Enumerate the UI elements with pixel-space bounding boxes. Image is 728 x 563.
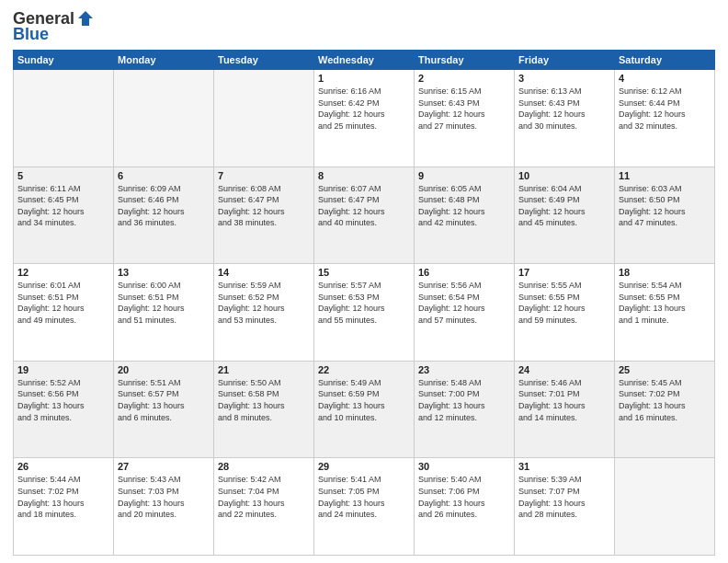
day-number: 31 (518, 461, 610, 472)
day-info: Sunrise: 6:11 AM Sunset: 6:45 PM Dayligh… (17, 183, 109, 229)
day-number: 26 (17, 461, 109, 472)
day-cell: 12Sunrise: 6:01 AM Sunset: 6:51 PM Dayli… (14, 264, 114, 362)
day-info: Sunrise: 5:50 AM Sunset: 6:58 PM Dayligh… (218, 377, 310, 423)
svg-marker-0 (78, 11, 93, 26)
day-number: 17 (518, 267, 610, 278)
day-info: Sunrise: 5:46 AM Sunset: 7:01 PM Dayligh… (518, 377, 610, 423)
week-row-3: 12Sunrise: 6:01 AM Sunset: 6:51 PM Dayli… (14, 264, 715, 362)
day-number: 1 (318, 73, 410, 84)
logo-icon (76, 9, 95, 28)
day-number: 27 (118, 461, 210, 472)
day-cell: 5Sunrise: 6:11 AM Sunset: 6:45 PM Daylig… (14, 167, 114, 264)
day-cell (214, 70, 314, 167)
day-number: 24 (518, 364, 610, 375)
day-number: 16 (418, 267, 510, 278)
day-number: 8 (318, 170, 410, 181)
day-cell: 8Sunrise: 6:07 AM Sunset: 6:47 PM Daylig… (314, 167, 415, 264)
day-info: Sunrise: 5:54 AM Sunset: 6:55 PM Dayligh… (619, 280, 711, 326)
day-info: Sunrise: 5:57 AM Sunset: 6:53 PM Dayligh… (318, 280, 410, 326)
col-header-saturday: Saturday (615, 51, 715, 70)
day-cell: 10Sunrise: 6:04 AM Sunset: 6:49 PM Dayli… (515, 167, 615, 264)
calendar-table: SundayMondayTuesdayWednesdayThursdayFrid… (13, 50, 715, 556)
day-cell: 2Sunrise: 6:15 AM Sunset: 6:43 PM Daylig… (415, 70, 515, 167)
page: General Blue SundayMondayTuesdayWednesda… (0, 0, 728, 563)
week-row-2: 5Sunrise: 6:11 AM Sunset: 6:45 PM Daylig… (14, 167, 715, 264)
day-info: Sunrise: 5:55 AM Sunset: 6:55 PM Dayligh… (518, 280, 610, 326)
day-cell: 29Sunrise: 5:41 AM Sunset: 7:05 PM Dayli… (314, 458, 415, 556)
day-cell: 21Sunrise: 5:50 AM Sunset: 6:58 PM Dayli… (214, 361, 314, 458)
day-info: Sunrise: 6:05 AM Sunset: 6:48 PM Dayligh… (418, 183, 510, 229)
day-cell: 6Sunrise: 6:09 AM Sunset: 6:46 PM Daylig… (114, 167, 214, 264)
day-cell: 4Sunrise: 6:12 AM Sunset: 6:44 PM Daylig… (615, 70, 715, 167)
day-info: Sunrise: 5:48 AM Sunset: 7:00 PM Dayligh… (418, 377, 510, 423)
day-cell: 15Sunrise: 5:57 AM Sunset: 6:53 PM Dayli… (314, 264, 415, 362)
day-info: Sunrise: 6:03 AM Sunset: 6:50 PM Dayligh… (619, 183, 711, 229)
day-cell: 23Sunrise: 5:48 AM Sunset: 7:00 PM Dayli… (415, 361, 515, 458)
col-header-sunday: Sunday (14, 51, 114, 70)
day-cell: 1Sunrise: 6:16 AM Sunset: 6:42 PM Daylig… (314, 70, 415, 167)
day-cell: 7Sunrise: 6:08 AM Sunset: 6:47 PM Daylig… (214, 167, 314, 264)
day-cell: 3Sunrise: 6:13 AM Sunset: 6:43 PM Daylig… (515, 70, 615, 167)
day-info: Sunrise: 6:07 AM Sunset: 6:47 PM Dayligh… (318, 183, 410, 229)
day-number: 10 (518, 170, 610, 181)
day-number: 20 (118, 364, 210, 375)
day-cell: 17Sunrise: 5:55 AM Sunset: 6:55 PM Dayli… (515, 264, 615, 362)
day-info: Sunrise: 6:15 AM Sunset: 6:43 PM Dayligh… (418, 86, 510, 132)
day-cell (14, 70, 114, 167)
day-number: 21 (218, 364, 310, 375)
day-cell (615, 458, 715, 556)
week-row-1: 1Sunrise: 6:16 AM Sunset: 6:42 PM Daylig… (14, 70, 715, 167)
day-number: 5 (17, 170, 109, 181)
col-header-monday: Monday (114, 51, 214, 70)
day-cell: 25Sunrise: 5:45 AM Sunset: 7:02 PM Dayli… (615, 361, 715, 458)
day-info: Sunrise: 6:12 AM Sunset: 6:44 PM Dayligh… (619, 86, 711, 132)
day-cell: 19Sunrise: 5:52 AM Sunset: 6:56 PM Dayli… (14, 361, 114, 458)
day-cell: 20Sunrise: 5:51 AM Sunset: 6:57 PM Dayli… (114, 361, 214, 458)
day-info: Sunrise: 5:44 AM Sunset: 7:02 PM Dayligh… (17, 474, 109, 520)
day-number: 4 (619, 73, 711, 84)
day-info: Sunrise: 5:43 AM Sunset: 7:03 PM Dayligh… (118, 474, 210, 520)
day-info: Sunrise: 5:42 AM Sunset: 7:04 PM Dayligh… (218, 474, 310, 520)
logo-blue: Blue (13, 25, 49, 44)
day-cell (114, 70, 214, 167)
day-number: 6 (118, 170, 210, 181)
day-number: 25 (619, 364, 711, 375)
day-cell: 27Sunrise: 5:43 AM Sunset: 7:03 PM Dayli… (114, 458, 214, 556)
day-info: Sunrise: 5:51 AM Sunset: 6:57 PM Dayligh… (118, 377, 210, 423)
day-number: 15 (318, 267, 410, 278)
day-cell: 26Sunrise: 5:44 AM Sunset: 7:02 PM Dayli… (14, 458, 114, 556)
day-number: 3 (518, 73, 610, 84)
day-number: 11 (619, 170, 711, 181)
day-cell: 30Sunrise: 5:40 AM Sunset: 7:06 PM Dayli… (415, 458, 515, 556)
day-info: Sunrise: 5:41 AM Sunset: 7:05 PM Dayligh… (318, 474, 410, 520)
day-cell: 14Sunrise: 5:59 AM Sunset: 6:52 PM Dayli… (214, 264, 314, 362)
day-cell: 9Sunrise: 6:05 AM Sunset: 6:48 PM Daylig… (415, 167, 515, 264)
day-info: Sunrise: 6:13 AM Sunset: 6:43 PM Dayligh… (518, 86, 610, 132)
day-info: Sunrise: 5:49 AM Sunset: 6:59 PM Dayligh… (318, 377, 410, 423)
day-cell: 28Sunrise: 5:42 AM Sunset: 7:04 PM Dayli… (214, 458, 314, 556)
day-number: 22 (318, 364, 410, 375)
day-number: 12 (17, 267, 109, 278)
day-number: 13 (118, 267, 210, 278)
day-number: 23 (418, 364, 510, 375)
day-cell: 11Sunrise: 6:03 AM Sunset: 6:50 PM Dayli… (615, 167, 715, 264)
week-row-5: 26Sunrise: 5:44 AM Sunset: 7:02 PM Dayli… (14, 458, 715, 556)
day-number: 14 (218, 267, 310, 278)
col-header-wednesday: Wednesday (314, 51, 415, 70)
day-info: Sunrise: 6:01 AM Sunset: 6:51 PM Dayligh… (17, 280, 109, 326)
day-info: Sunrise: 5:40 AM Sunset: 7:06 PM Dayligh… (418, 474, 510, 520)
day-number: 9 (418, 170, 510, 181)
day-number: 28 (218, 461, 310, 472)
day-number: 30 (418, 461, 510, 472)
day-number: 7 (218, 170, 310, 181)
day-info: Sunrise: 6:16 AM Sunset: 6:42 PM Dayligh… (318, 86, 410, 132)
day-number: 18 (619, 267, 711, 278)
day-cell: 31Sunrise: 5:39 AM Sunset: 7:07 PM Dayli… (515, 458, 615, 556)
header: General Blue (13, 9, 715, 44)
week-row-4: 19Sunrise: 5:52 AM Sunset: 6:56 PM Dayli… (14, 361, 715, 458)
day-info: Sunrise: 5:45 AM Sunset: 7:02 PM Dayligh… (619, 377, 711, 423)
col-header-thursday: Thursday (415, 51, 515, 70)
col-header-friday: Friday (515, 51, 615, 70)
day-cell: 18Sunrise: 5:54 AM Sunset: 6:55 PM Dayli… (615, 264, 715, 362)
logo: General Blue (13, 9, 95, 44)
